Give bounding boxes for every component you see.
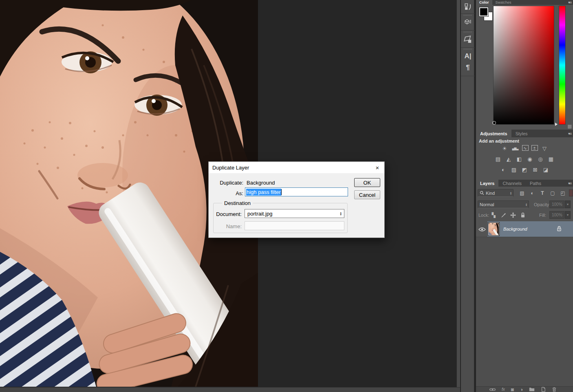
curves-icon[interactable]: ∿ [522,145,529,151]
black-and-white-icon[interactable]: ◧ [516,156,523,163]
filter-smart-objects-icon[interactable]: ◰ [559,190,566,196]
duplicate-label: Duplicate: [209,180,243,186]
lock-position-icon[interactable] [509,212,517,218]
fill-label: Fill: [539,213,546,218]
filter-switch[interactable] [569,189,573,196]
photoshop-window: A| ¶ Color Swatches ▾≡ Adjustments Style… [0,0,573,392]
new-adjustment-layer-icon[interactable]: ◑ [520,388,523,392]
hue-saturation-icon[interactable]: ▤ [494,156,502,163]
panel-resize-grip[interactable] [568,125,572,129]
layer-row-background[interactable]: Background [476,221,573,237]
brightness-contrast-icon[interactable]: ☀ [501,145,509,152]
clone-source-panel-icon[interactable] [463,34,473,45]
panel-dock: A| ¶ [461,0,474,392]
panel-column: Color Swatches ▾≡ Adjustments Styles ▾≡ … [476,0,573,392]
color-balance-icon[interactable]: ◭ [505,156,513,163]
character-panel-icon[interactable]: A| [463,51,473,61]
lock-transparency-icon[interactable]: ▚ [490,212,497,218]
as-input[interactable]: high pass filter [245,187,348,196]
panel-menu-icon[interactable]: ▾≡ [568,132,571,136]
document-label: Document: [209,211,242,217]
channel-mixer-icon[interactable]: ◎ [537,156,544,163]
levels-icon[interactable]: ▄▆▃ [511,145,519,152]
link-layers-icon[interactable] [489,388,496,392]
close-icon[interactable]: × [370,162,384,173]
canvas-horizontal-scrollbar[interactable] [0,387,460,392]
layer-locked-icon[interactable] [557,226,562,233]
color-picker-cursor[interactable] [492,121,496,125]
dialog-titlebar[interactable]: Duplicate Layer [209,162,384,173]
blend-mode-value: Normal [480,202,494,207]
opacity-dropdown-arrow-icon[interactable]: ▾ [565,200,571,208]
adjustments-panel: Adjustments Styles ▾≡ Add an adjustment … [476,130,573,180]
selective-color-icon[interactable]: ◪ [542,166,550,173]
filter-type-layers-icon[interactable]: T [539,190,546,196]
paragraph-panel-icon[interactable]: ¶ [463,63,473,73]
layers-bottom-bar: fx ◙ ◑ [476,386,573,392]
invert-icon[interactable]: ◐ [500,166,507,173]
hue-slider-arrow-icon [555,123,558,126]
tab-channels[interactable]: Channels [498,180,525,187]
color-panel: Color Swatches ▾≡ [476,0,573,130]
blend-mode-dropdown[interactable]: Normal ▴▾ [478,200,529,208]
color-lookup-icon[interactable]: ▦ [547,156,555,163]
new-layer-icon[interactable] [541,387,546,392]
layers-panel: Layers Channels Paths ▾≡ Kind ▴▾ ▧ ◐ T ▢… [476,180,573,392]
text-caret [281,189,282,195]
photo-filter-icon[interactable]: ◉ [526,156,534,163]
gradient-map-icon[interactable]: ⊠ [531,166,539,173]
tab-paths[interactable]: Paths [526,180,545,187]
hue-slider[interactable] [559,6,566,125]
spinner-icon: ▴▾ [526,203,527,206]
panel-menu-icon[interactable]: ▾≡ [568,181,571,185]
layer-visibility-eye-icon[interactable] [478,226,487,232]
lock-pixels-icon[interactable] [500,212,507,218]
kind-filter-dropdown[interactable]: Kind ▴▾ [478,189,513,197]
panel-menu-icon[interactable]: ▾≡ [568,0,571,4]
history-panel-icon[interactable] [463,2,473,11]
filter-shape-layers-icon[interactable]: ▢ [549,190,556,196]
tab-layers[interactable]: Layers [476,180,498,187]
threshold-icon[interactable]: ◩ [521,166,529,173]
tab-swatches[interactable]: Swatches [492,0,515,5]
kind-filter-label: Kind [486,191,495,196]
canvas-vertical-scrollbar[interactable] [456,0,460,387]
foreground-color-swatch[interactable] [479,7,488,16]
add-layer-mask-icon[interactable]: ◙ [511,388,514,392]
layers-list-empty-area [476,237,573,386]
layer-name[interactable]: Background [503,221,527,237]
tab-adjustments[interactable]: Adjustments [476,130,511,137]
layer-thumbnail[interactable] [488,222,499,236]
document-select[interactable]: portrait.jpg ▴▾ [245,209,344,218]
spinner-icon: ▴▾ [340,211,342,216]
tab-styles[interactable]: Styles [511,130,532,137]
saturation-brightness-field[interactable] [493,6,554,125]
layer-style-icon[interactable]: fx [502,388,505,392]
duplicate-value: Background [247,180,275,186]
document-select-value: portrait.jpg [247,211,272,217]
fill-value[interactable]: 100% [549,211,564,219]
lock-all-icon[interactable] [519,212,527,218]
3d-panel-icon[interactable] [463,17,473,27]
opacity-label: Opacity: [534,202,550,207]
filter-pixel-layers-icon[interactable]: ▧ [518,190,526,196]
filter-adjustment-layers-icon[interactable]: ◐ [529,190,536,196]
destination-label: Destination [222,200,253,206]
cancel-button[interactable]: Cancel [354,190,380,199]
tab-color[interactable]: Color [476,0,492,5]
vibrance-icon[interactable]: ▽ [541,145,549,152]
delete-layer-icon[interactable] [552,387,557,392]
as-label: As: [209,190,243,196]
duplicate-layer-dialog: Duplicate Layer × Duplicate: Background … [208,161,385,238]
fill-dropdown-arrow-icon[interactable]: ▾ [565,211,571,219]
opacity-value[interactable]: 100% [549,200,564,208]
new-group-icon[interactable] [529,387,535,392]
as-input-selected-text: high pass filter [246,189,281,196]
add-adjustment-heading: Add an adjustment [479,139,519,143]
posterize-icon[interactable]: ▨ [510,166,518,173]
exposure-icon[interactable]: ± [531,145,538,151]
name-label: Name: [209,223,242,229]
dialog-title: Duplicate Layer [212,165,249,171]
ok-button[interactable]: OK [354,178,380,187]
search-icon [480,191,484,195]
